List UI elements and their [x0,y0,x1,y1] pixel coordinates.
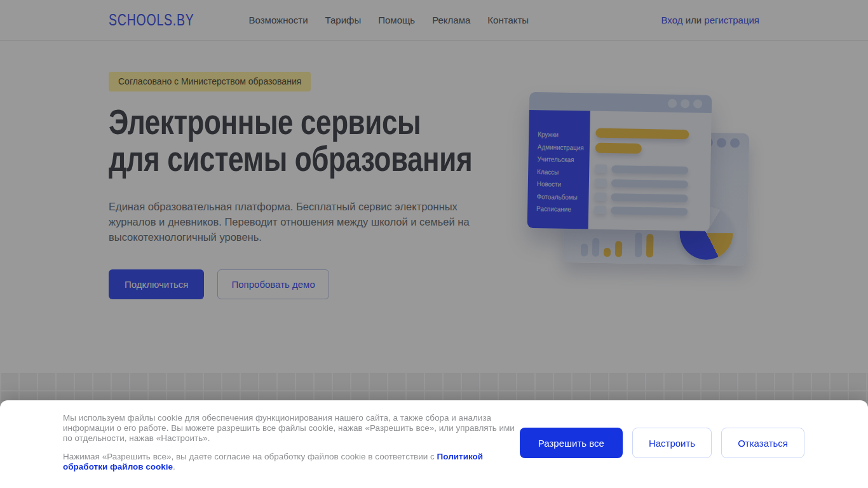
cookie-text: Мы используем файлы cookie для обеспечен… [63,413,522,472]
allow-all-button[interactable]: Разрешить все [520,428,623,458]
cookie-banner: Мы используем файлы cookie для обеспечен… [0,400,868,488]
cookie-actions: Разрешить все Настроить Отказаться [520,428,804,458]
cookie-paragraph-1: Мы используем файлы cookie для обеспечен… [63,413,522,443]
cookie-paragraph-2-prefix: Нажимая «Разрешить все», вы даете соглас… [63,452,437,461]
cookie-paragraph-2: Нажимая «Разрешить все», вы даете соглас… [63,452,522,472]
configure-button[interactable]: Настроить [632,428,712,458]
decline-button[interactable]: Отказаться [721,428,804,458]
cookie-paragraph-2-suffix: . [173,462,175,471]
